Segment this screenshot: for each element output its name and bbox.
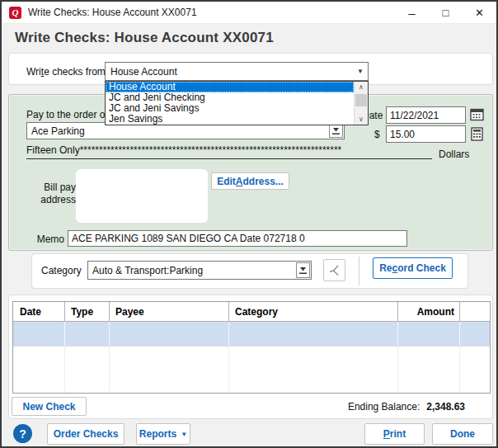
memo-input[interactable] — [68, 230, 407, 247]
calculator-icon[interactable] — [469, 126, 484, 142]
edit-address-button[interactable]: Edit Address... — [211, 172, 289, 190]
row-divider — [397, 322, 398, 346]
scroll-down-icon[interactable]: ∨ — [355, 114, 368, 125]
category-label: Category — [41, 265, 82, 276]
page-title: Write Checks: House Account XX0071 — [15, 30, 274, 46]
column-divider — [109, 347, 110, 393]
title-bar: Q Write Checks: House Account XX0071 – □… — [2, 2, 496, 24]
column-divider — [397, 347, 398, 393]
register-table: Date Type Payee Category Amount — [12, 301, 491, 394]
split-icon — [327, 263, 341, 277]
col-header-amount: Amount — [397, 302, 454, 322]
col-header-category: Category — [235, 302, 278, 322]
row-divider — [64, 322, 65, 346]
done-button[interactable]: Done — [432, 423, 493, 445]
payee-recall-button[interactable] — [329, 124, 343, 138]
window-title: Write Checks: House Account XX0071 — [28, 7, 197, 18]
write-checks-from-label: Write checks from: — [26, 66, 108, 78]
header-divider — [109, 302, 110, 322]
column-divider — [459, 347, 460, 393]
amount-in-words: Fifteen Only****************************… — [26, 144, 432, 159]
category-recall-button[interactable] — [296, 262, 310, 278]
help-icon[interactable]: ? — [13, 424, 32, 443]
dropdown-option-jc-jeni-checking[interactable]: JC and Jeni Checking — [106, 92, 354, 103]
calendar-icon[interactable] — [468, 107, 485, 122]
account-dropdown-items: House Account JC and Jeni Checking JC an… — [106, 82, 354, 125]
minimize-icon[interactable]: – — [395, 2, 429, 23]
header-divider — [397, 302, 398, 322]
memo-label: Memo — [28, 233, 64, 245]
header-divider — [64, 302, 65, 322]
header-divider — [228, 302, 229, 322]
row-separator — [13, 346, 490, 347]
scrollbar-thumb[interactable] — [355, 94, 367, 106]
scroll-up-icon[interactable]: ∧ — [355, 82, 368, 92]
dropdown-scrollbar[interactable]: ∧ ∨ — [354, 82, 368, 125]
reports-button[interactable]: Reports ▼ — [136, 423, 190, 445]
dropdown-option-house-account[interactable]: House Account — [106, 82, 354, 92]
print-button[interactable]: Print — [364, 423, 425, 445]
account-combobox[interactable]: House Account ▼ — [105, 62, 369, 81]
bill-pay-label-line2: address — [25, 194, 76, 205]
write-checks-window: Q Write Checks: House Account XX0071 – □… — [0, 0, 498, 448]
chevron-down-icon[interactable]: ▼ — [353, 68, 368, 75]
dropdown-option-jen-savings[interactable]: Jen Savings — [106, 114, 354, 125]
col-header-payee: Payee — [115, 302, 144, 322]
amount-input[interactable] — [386, 125, 466, 143]
bill-pay-label-line1: Bill pay — [25, 182, 76, 193]
quicken-logo-icon: Q — [9, 7, 21, 19]
close-icon[interactable]: ✕ — [463, 2, 496, 23]
column-divider — [228, 347, 229, 393]
date-input[interactable] — [386, 106, 466, 124]
column-divider — [64, 347, 65, 393]
col-header-type: Type — [71, 302, 93, 322]
register-header-row: Date Type Payee Category Amount — [13, 302, 490, 322]
row-divider — [459, 322, 460, 346]
dollars-label: Dollars — [439, 149, 469, 160]
row-divider — [228, 322, 229, 346]
ending-balance: Ending Balance:2,348.63 — [249, 401, 465, 413]
ending-balance-label: Ending Balance: — [348, 401, 420, 413]
order-checks-button[interactable]: Order Checks — [47, 423, 124, 445]
row-divider — [109, 322, 110, 346]
dropdown-to-line-icon — [298, 266, 308, 275]
record-check-button[interactable]: Record Check — [373, 257, 453, 279]
account-dropdown-list: House Account JC and Jeni Checking JC an… — [105, 81, 369, 125]
dropdown-option-jc-jeni-savings[interactable]: JC and Jeni Savings — [106, 103, 354, 114]
category-field-wrap — [87, 261, 312, 280]
maximize-icon[interactable]: □ — [429, 2, 463, 23]
dropdown-to-line-icon — [331, 126, 341, 135]
ending-balance-value: 2,348.63 — [426, 401, 465, 413]
account-combobox-value: House Account — [106, 66, 353, 78]
window-controls: – □ ✕ — [395, 2, 496, 23]
reports-label: Reports — [139, 428, 176, 440]
category-divider — [359, 257, 359, 285]
bill-pay-address-box[interactable] — [76, 169, 208, 223]
selected-register-row[interactable] — [13, 322, 490, 346]
pay-to-order-label: Pay to the order of — [26, 109, 108, 120]
dollar-sign-label: $ — [374, 129, 380, 140]
caret-down-icon: ▼ — [181, 431, 187, 438]
header-divider — [459, 302, 460, 322]
col-header-date: Date — [20, 302, 41, 322]
category-input[interactable] — [88, 262, 295, 279]
split-transaction-button[interactable] — [323, 259, 345, 281]
new-check-button[interactable]: New Check — [12, 397, 87, 416]
